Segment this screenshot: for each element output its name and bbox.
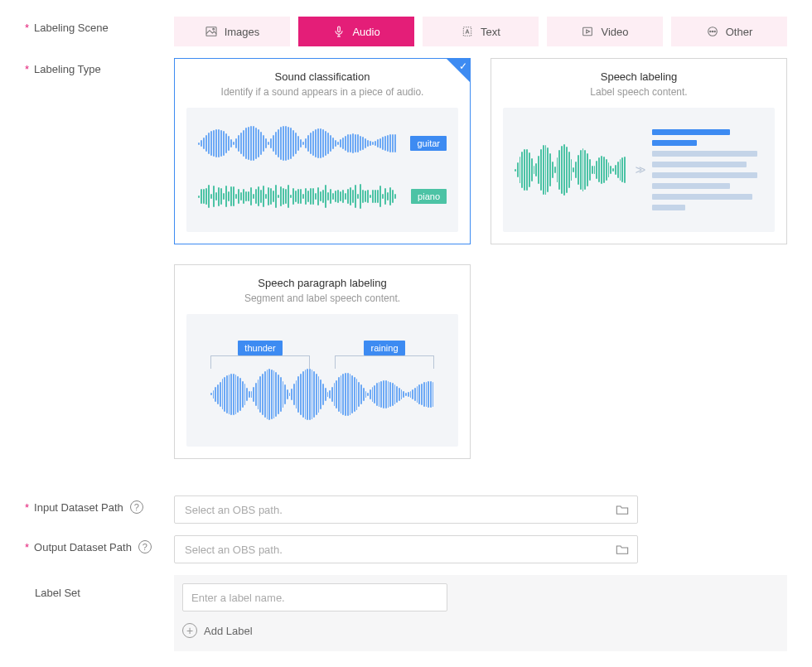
waveform-icon <box>198 178 403 215</box>
type-desc: Segment and label speech content. <box>186 292 458 304</box>
segment-bracket: thunder <box>210 341 310 355</box>
input-dataset-path-field[interactable] <box>174 495 638 524</box>
scene-tab-text-label: Text <box>481 26 500 38</box>
required-marker: * <box>25 541 29 553</box>
output-dataset-path-label: * Output Dataset Path ? <box>25 535 174 553</box>
required-marker: * <box>25 501 29 514</box>
other-icon <box>706 25 719 38</box>
labeling-scene-text: Labeling Scene <box>34 22 109 34</box>
waveform-icon <box>210 369 434 420</box>
waveform-icon <box>515 141 626 199</box>
labeling-scene-label: * Labeling Scene <box>25 17 174 34</box>
segment-bracket: raining <box>335 341 434 355</box>
tag-raining: raining <box>364 341 404 355</box>
plus-circle-icon: + <box>182 623 197 638</box>
scene-tab-other[interactable]: Other <box>671 17 787 46</box>
svg-point-7 <box>712 31 713 31</box>
scene-tab-text[interactable]: Text <box>423 17 539 46</box>
labeling-type-text: Labeling Type <box>34 63 101 75</box>
video-icon <box>581 25 594 38</box>
type-card-speech-labeling[interactable]: Speech labeling Label speech content. >> <box>491 58 787 244</box>
add-label-button[interactable]: + Add Label <box>182 623 779 638</box>
scene-tab-images-label: Images <box>225 26 260 38</box>
output-dataset-path-text: Output Dataset Path <box>34 541 132 553</box>
output-dataset-path-input[interactable] <box>183 543 616 557</box>
svg-rect-3 <box>463 27 471 36</box>
input-dataset-path-input[interactable] <box>183 503 616 517</box>
add-label-text: Add Label <box>204 625 253 637</box>
type-desc: Label speech content. <box>503 86 775 98</box>
check-icon: ✓ <box>459 60 467 72</box>
label-name-input[interactable] <box>182 583 447 611</box>
tag-guitar: guitar <box>410 136 447 151</box>
svg-point-6 <box>709 31 710 31</box>
tag-thunder: thunder <box>238 341 282 355</box>
type-title: Speech labeling <box>503 70 775 83</box>
required-marker: * <box>25 22 29 34</box>
images-icon <box>205 25 218 38</box>
svg-point-8 <box>714 31 715 31</box>
text-icon <box>461 25 474 38</box>
help-icon[interactable]: ? <box>138 540 152 553</box>
svg-rect-2 <box>338 27 341 32</box>
type-title: Sound classification <box>186 70 458 83</box>
type-card-sound-classification[interactable]: ✓ Sound classification Identify if a sou… <box>174 58 471 244</box>
scene-tab-images[interactable]: Images <box>174 17 290 46</box>
label-set-text: Label Set <box>35 587 80 599</box>
label-set-label: Label Set <box>25 575 174 599</box>
scene-tabs: Images Audio Text Video Other <box>174 17 787 46</box>
scene-tab-audio-label: Audio <box>352 26 379 38</box>
speech-labeling-viz: >> <box>503 108 775 232</box>
text-lines-icon <box>652 129 763 210</box>
labeling-type-label: * Labeling Type <box>25 58 174 75</box>
folder-icon[interactable] <box>616 544 629 555</box>
folder-icon[interactable] <box>616 504 629 515</box>
type-title: Speech paragraph labeling <box>186 277 458 289</box>
input-dataset-path-text: Input Dataset Path <box>34 501 123 514</box>
waveform-icon <box>198 125 402 162</box>
required-marker: * <box>25 63 29 75</box>
audio-icon <box>332 25 346 38</box>
type-card-speech-paragraph[interactable]: Speech paragraph labeling Segment and la… <box>174 264 471 459</box>
input-dataset-path-label: * Input Dataset Path ? <box>25 495 174 514</box>
scene-tab-video-label: Video <box>601 26 628 38</box>
label-set-box: + Add Label <box>174 575 787 651</box>
speech-paragraph-viz: thunder raining <box>186 314 458 447</box>
scene-tab-other-label: Other <box>726 26 753 38</box>
help-icon[interactable]: ? <box>130 500 143 514</box>
type-desc: Identify if a sound appears in a piece o… <box>186 86 458 98</box>
scene-tab-audio[interactable]: Audio <box>298 17 414 46</box>
scene-tab-video[interactable]: Video <box>547 17 663 46</box>
sound-classification-viz: guitar piano <box>186 108 458 232</box>
arrow-icon: >> <box>636 163 642 176</box>
output-dataset-path-field[interactable] <box>174 535 638 563</box>
svg-point-1 <box>212 28 214 30</box>
labeling-type-grid: ✓ Sound classification Identify if a sou… <box>174 58 787 459</box>
tag-piano: piano <box>411 189 447 204</box>
